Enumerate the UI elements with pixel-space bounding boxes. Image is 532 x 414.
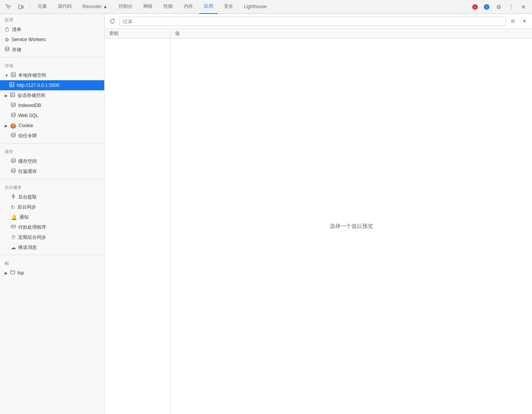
periodic-sync-icon: ⏱ [11, 235, 16, 240]
table-header: 密钥 值 [105, 29, 532, 39]
sidebar-item-manifest-label: 清单 [12, 26, 21, 33]
sidebar-item-websql-label: Web SQL [18, 113, 38, 118]
payment-handler-icon [11, 224, 16, 230]
sidebar-item-session-storage-label: 会话存储空间 [17, 92, 45, 99]
sidebar-item-cookie[interactable]: ▶ 🍪 Cookie [0, 121, 104, 131]
divider-bg-frames [0, 255, 104, 255]
table-wrapper: 密钥 值 选择一个值以预览 [105, 29, 532, 414]
indexeddb-icon [11, 102, 16, 109]
sidebar-item-push-messaging[interactable]: ☁ 推送消息 [0, 242, 104, 252]
sidebar-item-session-storage[interactable]: ▶ 会话存储空间 [0, 90, 104, 100]
message-badge[interactable]: 2 [482, 3, 492, 10]
svg-rect-1 [22, 6, 23, 8]
svg-point-2 [5, 47, 9, 48]
filter-input[interactable] [119, 17, 506, 26]
local-storage-icon [11, 72, 16, 78]
table-body-area: 选择一个值以预览 [105, 39, 532, 414]
localhost-icon [9, 82, 14, 88]
divider-cache-bg [0, 179, 104, 179]
sidebar-item-frames-top-label: top [17, 270, 24, 276]
storage-icon [5, 47, 10, 53]
close-icon[interactable]: ✕ [518, 2, 529, 12]
divider1 [29, 3, 30, 10]
svg-rect-7 [10, 83, 14, 87]
inspect-icon[interactable] [3, 2, 14, 12]
sidebar-item-localhost[interactable]: http://127.0.0.1:5500 [0, 80, 104, 90]
websql-icon [11, 112, 16, 119]
back-forward-cache-icon [11, 168, 16, 174]
section-background-label: 后台服务 [0, 181, 104, 192]
sidebar-item-indexeddb[interactable]: IndexedDB [0, 100, 104, 110]
sidebar-item-local-storage-label: 本地存储空间 [18, 72, 46, 79]
expand-arrow-frames: ▶ [5, 271, 8, 275]
error-badge[interactable]: 1 [470, 3, 480, 10]
sidebar-item-notifications-label: 通知 [19, 214, 29, 221]
tab-memory[interactable]: 内存 [179, 0, 198, 14]
frames-top-icon [10, 270, 15, 276]
tab-lighthouse[interactable]: Lighthouse [239, 0, 272, 14]
expand-arrow-session: ▶ [5, 93, 8, 98]
svg-point-19 [12, 169, 15, 170]
section-app-label: 应用 [0, 14, 104, 24]
tab-performance[interactable]: 性能 [159, 0, 177, 14]
clear-button[interactable]: ✕ [520, 17, 529, 26]
sidebar-item-service-workers-label: Service Workers [12, 37, 46, 42]
block-button[interactable]: ⊘ [508, 17, 517, 26]
section-cache-label: 缓存 [0, 146, 104, 156]
divider-app-storage [0, 57, 104, 57]
sidebar-item-frames-top[interactable]: ▶ top [0, 268, 104, 278]
value-column-body: 选择一个值以预览 [170, 39, 532, 414]
svg-rect-11 [10, 93, 15, 97]
device-icon[interactable] [15, 2, 26, 12]
sidebar-item-payment-handler-label: 付款处理程序 [18, 224, 46, 231]
refresh-button[interactable] [108, 17, 117, 26]
expand-arrow-cookie: ▶ [5, 124, 8, 128]
svg-point-17 [12, 133, 15, 135]
content-toolbar: ⊘ ✕ [105, 14, 532, 29]
tab-recorder[interactable]: Recorder ▲ [78, 0, 112, 14]
main-container: 应用 🗒 清单 ⚙ Service Workers 存储 存储 [0, 14, 532, 414]
sidebar-item-local-storage[interactable]: ▼ 本地存储空间 [0, 70, 104, 80]
notifications-icon: 🔔 [11, 214, 17, 220]
error-count-circle: 1 [472, 4, 478, 10]
tab-console[interactable]: 控制台 [114, 0, 137, 14]
sidebar-item-background-fetch-label: 后台提取 [18, 194, 37, 200]
more-icon[interactable]: ⋮ [506, 2, 517, 12]
tab-elements[interactable]: 元素 [33, 0, 52, 14]
sidebar-item-cache-storage[interactable]: 缓存空间 [0, 156, 104, 166]
top-toolbar: 元素 源代码 Recorder ▲ 控制台 网络 性能 内存 应用 安全 Lig… [0, 0, 532, 14]
col-header-key: 密钥 [105, 30, 170, 37]
sidebar-item-localhost-label: http://127.0.0.1:5500 [17, 83, 59, 88]
sidebar-item-websql[interactable]: Web SQL [0, 110, 104, 121]
push-messaging-icon: ☁ [11, 245, 16, 250]
sidebar-item-background-sync[interactable]: ↻ 后台同步 [0, 202, 104, 212]
sidebar-item-payment-handler[interactable]: 付款处理程序 [0, 222, 104, 232]
sidebar-item-periodic-sync[interactable]: ⏱ 定期后台同步 [0, 232, 104, 242]
sidebar-item-background-sync-label: 后台同步 [17, 204, 36, 210]
sidebar-item-service-workers[interactable]: ⚙ Service Workers [0, 34, 104, 45]
svg-point-18 [12, 159, 15, 160]
manifest-icon: 🗒 [5, 27, 10, 33]
sidebar-item-periodic-sync-label: 定期后台同步 [18, 234, 46, 241]
sidebar-item-background-fetch[interactable]: 后台提取 [0, 192, 104, 202]
divider-storage-cache [0, 143, 104, 143]
tab-sources[interactable]: 源代码 [53, 0, 76, 14]
session-storage-icon [10, 92, 15, 98]
tab-network[interactable]: 网络 [139, 0, 157, 14]
sidebar-item-push-messaging-label: 推送消息 [18, 244, 37, 251]
background-sync-icon: ↻ [11, 204, 15, 210]
sidebar-item-back-forward-cache[interactable]: 往返缓存 [0, 166, 104, 176]
sidebar-item-manifest[interactable]: 🗒 清单 [0, 24, 104, 34]
svg-rect-0 [19, 5, 22, 9]
sidebar-item-notifications[interactable]: 🔔 通知 [0, 212, 104, 222]
sidebar-item-trust-tokens[interactable]: 信任令牌 [0, 131, 104, 141]
sidebar-item-storage[interactable]: 存储 [0, 45, 104, 55]
key-column-body [105, 39, 170, 414]
settings-icon[interactable]: ⚙ [493, 2, 504, 12]
toolbar-right: 1 2 ⚙ ⋮ ✕ [470, 2, 529, 12]
tab-application[interactable]: 应用 [199, 0, 218, 14]
service-workers-icon: ⚙ [5, 37, 9, 43]
sidebar-item-storage-label: 存储 [12, 47, 21, 53]
background-fetch-icon [11, 194, 16, 200]
tab-security[interactable]: 安全 [219, 0, 238, 14]
